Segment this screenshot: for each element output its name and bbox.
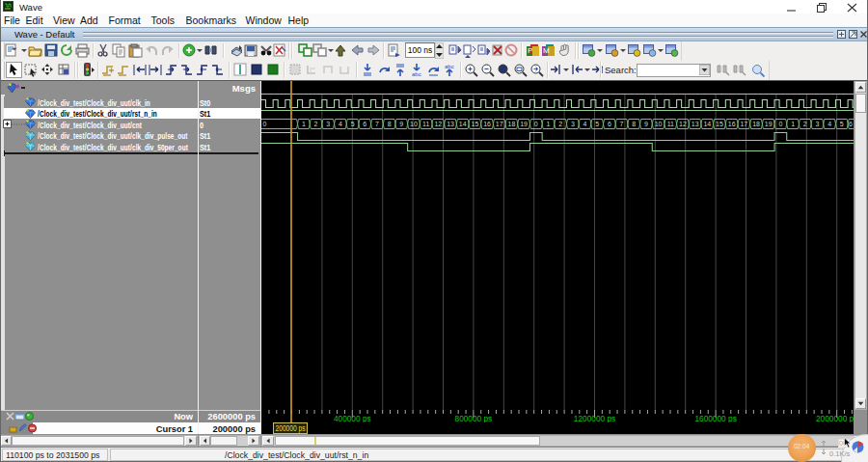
svg-text:1: 1 bbox=[547, 121, 551, 127]
svg-text:9: 9 bbox=[644, 121, 648, 127]
svg-text:13: 13 bbox=[692, 121, 699, 127]
svg-text:3: 3 bbox=[326, 121, 330, 127]
svg-text:8: 8 bbox=[632, 121, 636, 127]
svg-text:6: 6 bbox=[363, 121, 366, 127]
svg-text:800000 ps: 800000 ps bbox=[455, 414, 493, 423]
svg-text:7: 7 bbox=[375, 121, 379, 127]
svg-text:16: 16 bbox=[728, 121, 736, 127]
svg-text:7: 7 bbox=[620, 121, 624, 127]
svg-text:18: 18 bbox=[508, 121, 516, 127]
svg-text:3: 3 bbox=[571, 121, 575, 127]
svg-text:1200000 ps: 1200000 ps bbox=[574, 414, 615, 423]
svg-text:17: 17 bbox=[496, 121, 503, 127]
svg-text:6: 6 bbox=[849, 121, 853, 127]
svg-text:14: 14 bbox=[703, 121, 711, 127]
svg-text:15: 15 bbox=[716, 121, 723, 127]
svg-text:9: 9 bbox=[399, 121, 403, 127]
svg-text:0: 0 bbox=[263, 121, 267, 127]
svg-text:10: 10 bbox=[655, 121, 663, 127]
svg-text:19: 19 bbox=[520, 121, 528, 127]
svg-text:6: 6 bbox=[608, 121, 611, 127]
svg-text:10: 10 bbox=[410, 121, 418, 127]
svg-text:13: 13 bbox=[447, 121, 454, 127]
svg-text:16: 16 bbox=[483, 121, 491, 127]
svg-text:4: 4 bbox=[583, 121, 587, 127]
svg-text:1: 1 bbox=[302, 121, 306, 127]
svg-text:17: 17 bbox=[740, 121, 747, 127]
svg-text:5: 5 bbox=[840, 121, 844, 127]
svg-text:12: 12 bbox=[679, 121, 687, 127]
svg-text:5: 5 bbox=[595, 121, 599, 127]
svg-text:400000 ps: 400000 ps bbox=[334, 414, 371, 423]
svg-text:11: 11 bbox=[667, 121, 674, 127]
svg-text:3: 3 bbox=[815, 121, 819, 127]
svg-text:14: 14 bbox=[459, 121, 467, 127]
svg-text:2: 2 bbox=[803, 121, 807, 127]
svg-text:18: 18 bbox=[752, 121, 760, 127]
svg-text:1600000 ps: 1600000 ps bbox=[694, 414, 736, 423]
svg-text:5: 5 bbox=[351, 121, 355, 127]
svg-text:15: 15 bbox=[472, 121, 479, 127]
svg-text:1: 1 bbox=[791, 121, 795, 127]
svg-text:200000 ps: 200000 ps bbox=[276, 423, 306, 433]
svg-text:2000000 ps: 2000000 ps bbox=[816, 414, 857, 423]
svg-text:0: 0 bbox=[534, 121, 538, 127]
svg-text:12: 12 bbox=[434, 121, 442, 127]
svg-text:0: 0 bbox=[778, 121, 782, 127]
svg-text:4: 4 bbox=[339, 121, 342, 127]
svg-text:11: 11 bbox=[422, 121, 429, 127]
svg-text:8: 8 bbox=[388, 121, 392, 127]
svg-text:4: 4 bbox=[827, 121, 831, 127]
svg-text:2: 2 bbox=[558, 121, 562, 127]
svg-text:19: 19 bbox=[765, 121, 773, 127]
svg-text:2: 2 bbox=[314, 121, 318, 127]
